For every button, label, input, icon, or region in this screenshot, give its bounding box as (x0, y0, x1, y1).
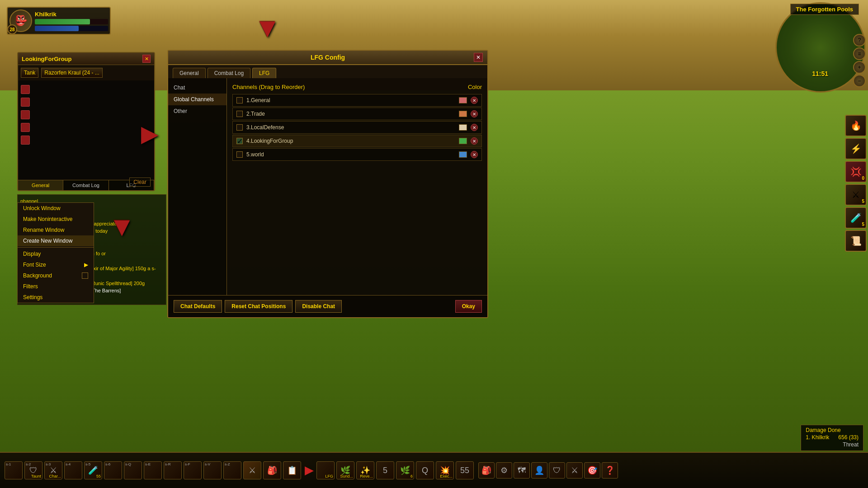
lfg-config-close[interactable]: ✕ (474, 53, 483, 62)
action-slot-sR[interactable]: s-R (164, 461, 182, 479)
channel-color-2[interactable] (459, 111, 467, 117)
channel-row-lfg[interactable]: ✓ 4.LookingForGroup ✕ (232, 135, 482, 147)
action-slot-sV[interactable]: s-V (203, 461, 222, 479)
channel-checkbox-3[interactable] (236, 124, 243, 131)
minimap-zoom-in[interactable]: + (853, 61, 866, 74)
reset-chat-positions-button[interactable]: Reset Chat Positions (225, 300, 292, 313)
action-slot-s2[interactable]: s-2 🛡 Taunt (24, 461, 42, 479)
lfg-slot-3 (21, 108, 151, 121)
lfg-dungeon-dropdown[interactable]: Razorfen Kraul (24 - ... (41, 68, 102, 78)
util-btn-5[interactable]: 🛡 (549, 462, 565, 479)
channel-checkbox-5[interactable] (236, 151, 243, 158)
util-btn-8[interactable]: ❓ (602, 462, 618, 479)
channel-checkbox-4[interactable]: ✓ (236, 138, 243, 144)
damage-player-row: 1. Khilkrik 656 (33) (806, 434, 859, 441)
action-slot-5[interactable]: 🌿 6 (396, 461, 414, 479)
context-make-noninteractive[interactable]: Make Noninteractive (18, 214, 94, 225)
lfg-role-dropdown[interactable]: Tank (21, 68, 38, 78)
context-create-new-window[interactable]: Create New Window (18, 235, 94, 246)
action-slot-2[interactable]: 🌿 Sund... (336, 461, 354, 479)
channel-delete-1[interactable]: ✕ (471, 97, 478, 104)
channel-row-localdefense[interactable]: 3.LocalDefense ✕ (232, 121, 482, 134)
channel-checkbox-2[interactable] (236, 111, 243, 117)
context-unlock-window[interactable]: Unlock Window (18, 203, 94, 214)
action-lfg-btn[interactable]: LFG (316, 461, 335, 479)
ability-btn-2[interactable]: ⚡ (845, 138, 867, 160)
context-background[interactable]: Background (18, 270, 94, 281)
minimap-zoom-out[interactable]: − (853, 75, 866, 87)
util-btn-4[interactable]: 👤 (531, 462, 547, 479)
context-filters[interactable]: Filters (18, 281, 94, 292)
util-btn-1[interactable]: 🎒 (478, 462, 495, 479)
action-slot-extra1[interactable]: 🎒 (263, 461, 281, 479)
context-display[interactable]: Display (18, 249, 94, 259)
action-slot-sZ[interactable]: s-Z (223, 461, 241, 479)
channel-delete-4[interactable]: ✕ (471, 137, 478, 145)
sidebar-item-global-channels[interactable]: Global Channels (168, 94, 226, 105)
ability-btn-1[interactable]: 🔥 (845, 115, 867, 136)
channel-delete-2[interactable]: ✕ (471, 110, 478, 117)
channel-color-5[interactable] (459, 151, 467, 158)
lfg-clear-button[interactable]: Clear (129, 178, 151, 187)
action-slot-sE[interactable]: s-E (144, 461, 162, 479)
util-btn-3[interactable]: 🗺 (514, 462, 530, 479)
ability-btn-5[interactable]: 🧪 5 (845, 207, 867, 229)
action-slot-6[interactable]: Q (416, 461, 434, 479)
sidebar-item-other[interactable]: Other (168, 105, 226, 117)
context-settings[interactable]: Settings (18, 292, 94, 303)
action-slot-sF[interactable]: s-F (184, 461, 202, 479)
channel-delete-5[interactable]: ✕ (471, 151, 478, 158)
action-slot-55[interactable]: 55 (456, 461, 474, 479)
lfg-panel: LookingForGroup ✕ Tank Razorfen Kraul (2… (17, 52, 155, 191)
channel-row-world[interactable]: 5.world ✕ (232, 148, 482, 161)
action-slot-extra2[interactable]: 📋 (283, 461, 301, 479)
sidebar-item-chat[interactable]: Chat (168, 82, 226, 94)
tab-combat-log[interactable]: Combat Log (63, 180, 108, 190)
action-slot-s5[interactable]: s-5 🧪 55 (84, 461, 102, 479)
action-slot-s6[interactable]: s-6 (104, 461, 122, 479)
channel-checkbox-1[interactable] (236, 97, 243, 103)
channel-color-1[interactable] (459, 97, 467, 103)
config-tab-lfg[interactable]: LFG (252, 68, 276, 78)
ability-btn-6[interactable]: 📜 (845, 230, 867, 252)
chat-defaults-button[interactable]: Chat Defaults (174, 300, 222, 313)
right-abilities: 🔥 ⚡ 💢 0 ⚔ 5 🧪 5 📜 (843, 113, 868, 253)
channel-row-trade[interactable]: 2.Trade ✕ (232, 108, 482, 120)
lfg-controls: Tank Razorfen Kraul (24 - ... (18, 65, 154, 80)
channel-row-general[interactable]: 1.General ✕ (232, 94, 482, 107)
action-slot-3[interactable]: ✨ Reve... (356, 461, 374, 479)
lfg-slot-icon-1 (21, 85, 30, 94)
damage-threat-label: Threat (843, 441, 859, 448)
context-separator-1 (18, 247, 94, 248)
ability-btn-4[interactable]: ⚔ 5 (845, 184, 867, 206)
action-slot-sQ[interactable]: s-Q (124, 461, 142, 479)
action-slot-4[interactable]: 5 (376, 461, 394, 479)
channel-color-4[interactable] (459, 138, 467, 144)
channel-name-2: 2.Trade (246, 111, 459, 117)
action-slot-sword[interactable]: ⚔ (243, 461, 261, 479)
damage-threat-row: Threat (806, 441, 859, 448)
lfg-close-button[interactable]: ✕ (142, 55, 151, 63)
minimap-menu-btn[interactable]: ≡ (853, 47, 866, 60)
ability-btn-3[interactable]: 💢 0 (845, 161, 867, 183)
context-rename-window[interactable]: Rename Window (18, 225, 94, 235)
config-body: Chat Global Channels Other Channels (Dra… (168, 78, 487, 295)
tab-general[interactable]: General (18, 180, 63, 190)
util-btn-2[interactable]: ⚙ (496, 462, 512, 479)
lfg-slot-icon-4 (21, 123, 30, 132)
action-slot-s3[interactable]: s-3 ⚔ Char... (44, 461, 62, 479)
channel-color-3[interactable] (459, 124, 467, 131)
minimap-quest-btn[interactable]: ? (853, 34, 866, 47)
action-exec-btn[interactable]: 💥 Exec... (436, 461, 454, 479)
action-slot-s1[interactable]: s-1 (5, 461, 23, 479)
disable-chat-button[interactable]: Disable Chat (295, 300, 342, 313)
action-slot-s4[interactable]: s-4 (64, 461, 82, 479)
okay-button[interactable]: Okay (455, 300, 482, 313)
config-tab-combat-log[interactable]: Combat Log (208, 68, 250, 78)
util-btn-7[interactable]: 🎯 (584, 462, 600, 479)
context-font-size[interactable]: Font Size ▶ (18, 259, 94, 270)
config-tab-general[interactable]: General (173, 68, 206, 78)
util-btn-6[interactable]: ⚔ (566, 462, 583, 479)
arrow-down-2: ▼ (254, 14, 281, 42)
channel-delete-3[interactable]: ✕ (471, 124, 478, 131)
